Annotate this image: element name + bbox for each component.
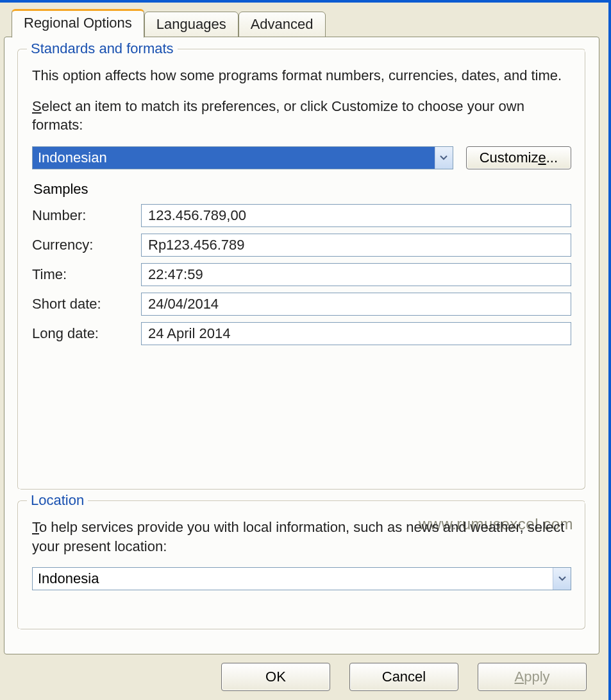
standards-select-instruction: Select an item to match its preferences,… <box>32 97 571 135</box>
sample-row-long-date: Long date: 24 April 2014 <box>32 322 571 345</box>
location-desc-text: o help services provide you with local i… <box>32 519 564 554</box>
dialog-window: Regional Options Languages Advanced Stan… <box>0 0 611 700</box>
ok-button[interactable]: OK <box>221 663 330 691</box>
group-location: Location To help services provide you wi… <box>17 500 586 630</box>
field-number: 123.456.789,00 <box>141 204 571 227</box>
select-text: elect an item to match its preferences, … <box>32 98 524 133</box>
chevron-down-icon <box>558 576 566 581</box>
group-title-standards: Standards and formats <box>27 40 178 57</box>
label-number: Number: <box>32 207 141 224</box>
chevron-down-icon <box>440 155 448 160</box>
group-standards-formats: Standards and formats This option affect… <box>17 49 586 490</box>
tab-regional-options[interactable]: Regional Options <box>12 9 144 38</box>
sample-row-currency: Currency: Rp123.456.789 <box>32 234 571 257</box>
apply-rest: pply <box>524 669 549 685</box>
apply-accelerator: A <box>514 669 524 685</box>
sample-row-time: Time: 22:47:59 <box>32 263 571 286</box>
location-accelerator: T <box>32 519 39 535</box>
label-short-date: Short date: <box>32 296 141 312</box>
sample-row-short-date: Short date: 24/04/2014 <box>32 293 571 316</box>
select-accelerator: S <box>32 98 42 114</box>
cancel-button[interactable]: Cancel <box>349 663 458 691</box>
customize-button[interactable]: Customize... <box>466 146 571 169</box>
field-currency: Rp123.456.789 <box>141 234 571 257</box>
field-short-date: 24/04/2014 <box>141 293 571 316</box>
location-combobox[interactable]: Indonesia <box>32 567 571 590</box>
tab-strip: Regional Options Languages Advanced <box>12 9 599 37</box>
tab-page-regional: Standards and formats This option affect… <box>4 37 599 654</box>
format-combobox-button[interactable] <box>435 147 453 169</box>
standards-description: This option affects how some programs fo… <box>32 66 571 85</box>
sample-row-number: Number: 123.456.789,00 <box>32 204 571 227</box>
format-select-row: Indonesian Customize... <box>32 146 571 169</box>
customize-label: Customiz <box>480 149 539 166</box>
samples-heading: Samples <box>33 181 571 198</box>
location-combobox-value: Indonesia <box>33 568 553 590</box>
customize-ellipsis: ... <box>546 149 558 166</box>
dialog-button-bar: OK Cancel Apply <box>221 663 587 691</box>
format-combobox-value: Indonesian <box>33 147 435 169</box>
tab-languages[interactable]: Languages <box>144 12 239 37</box>
group-title-location: Location <box>27 492 88 509</box>
field-long-date: 24 April 2014 <box>141 322 571 345</box>
apply-button[interactable]: Apply <box>478 663 587 691</box>
location-description: To help services provide you with local … <box>32 518 571 556</box>
field-time: 22:47:59 <box>141 263 571 286</box>
location-combobox-button[interactable] <box>553 568 571 590</box>
tab-advanced[interactable]: Advanced <box>239 12 326 37</box>
format-combobox[interactable]: Indonesian <box>32 146 453 169</box>
customize-accelerator: e <box>538 149 546 166</box>
label-time: Time: <box>32 266 141 283</box>
label-long-date: Long date: <box>32 325 141 342</box>
label-currency: Currency: <box>32 237 141 253</box>
